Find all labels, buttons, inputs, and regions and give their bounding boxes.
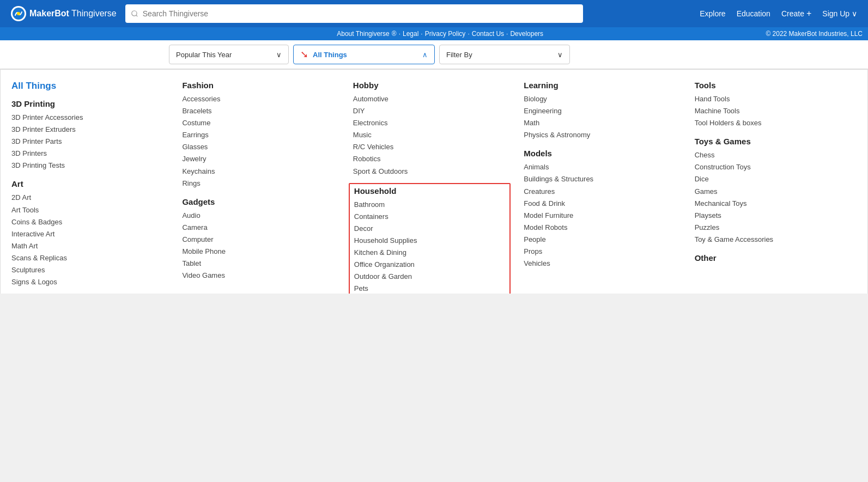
cat-item[interactable]: 3D Printer Extruders bbox=[11, 124, 165, 136]
cat-item[interactable]: Household Supplies bbox=[354, 235, 505, 247]
cat-item[interactable]: Puzzles bbox=[695, 222, 848, 234]
cat-item[interactable]: Biology bbox=[524, 93, 677, 105]
dropdown-col-5: Tools Hand Tools Machine Tools Tool Hold… bbox=[686, 81, 857, 294]
cat-item[interactable]: Automotive bbox=[353, 93, 506, 105]
cat-item[interactable]: Tablet bbox=[182, 258, 335, 270]
developers-link[interactable]: Developers bbox=[510, 30, 543, 38]
cat-item[interactable]: Math bbox=[524, 117, 677, 129]
cat-item[interactable]: Bracelets bbox=[182, 105, 335, 117]
hobby-header: Hobby bbox=[353, 81, 506, 90]
cat-item[interactable]: Music bbox=[353, 129, 506, 141]
nav-right: Explore Education Create + Sign Up ∨ bbox=[700, 9, 857, 19]
cat-item[interactable]: Camera bbox=[182, 222, 335, 234]
cat-item[interactable]: Earrings bbox=[182, 129, 335, 141]
cat-item[interactable]: Costume bbox=[182, 117, 335, 129]
cat-item[interactable]: Coins & Badges bbox=[11, 216, 165, 228]
chevron-down-icon: ∨ bbox=[557, 51, 563, 59]
cat-item[interactable]: Tool Holders & boxes bbox=[695, 117, 848, 129]
cat-item[interactable]: Electronics bbox=[353, 117, 506, 129]
cat-item[interactable]: Food & Drink bbox=[524, 198, 677, 210]
cat-item[interactable]: Containers bbox=[354, 211, 505, 223]
cat-item[interactable]: Keychains bbox=[182, 166, 335, 178]
cat-item[interactable]: Audio bbox=[182, 210, 335, 222]
cat-item[interactable]: Engineering bbox=[524, 105, 677, 117]
cat-item[interactable]: Construction Toys bbox=[695, 161, 848, 173]
cat-item[interactable]: Props bbox=[524, 246, 677, 258]
filter-by-btn[interactable]: Filter By ∨ bbox=[439, 45, 570, 64]
cat-item[interactable]: Rings bbox=[182, 178, 335, 190]
cat-item[interactable]: Sport & Outdoors bbox=[353, 166, 506, 178]
cat-item[interactable]: Vehicles bbox=[524, 258, 677, 270]
nav-signup[interactable]: Sign Up ∨ bbox=[822, 9, 857, 18]
cat-item[interactable]: Hand Tools bbox=[695, 93, 848, 105]
cat-item[interactable]: Signs & Logos bbox=[11, 276, 165, 288]
tools-header: Tools bbox=[695, 81, 848, 90]
cat-item[interactable]: Creatures bbox=[524, 186, 677, 198]
cat-item[interactable]: Mobile Phone bbox=[182, 246, 335, 258]
cat-item[interactable]: Scans & Replicas bbox=[11, 252, 165, 264]
cat-item[interactable]: 3D Printer Accessories bbox=[11, 112, 165, 124]
cat-item[interactable]: Games bbox=[695, 186, 848, 198]
things-filter-btn[interactable]: ➘ All Things ∧ bbox=[293, 45, 435, 64]
about-link[interactable]: About Thingiverse bbox=[337, 30, 390, 38]
cat-item[interactable]: Model Furniture bbox=[524, 210, 677, 222]
cat-item[interactable]: 3D Printers bbox=[11, 148, 165, 160]
cat-item[interactable]: Computer bbox=[182, 234, 335, 246]
cat-item[interactable]: DIY bbox=[353, 105, 506, 117]
cat-item[interactable]: 3D Printing Tests bbox=[11, 160, 165, 172]
cat-item[interactable]: Art Tools bbox=[11, 204, 165, 216]
search-bar[interactable] bbox=[125, 4, 583, 23]
cat-item[interactable]: Video Games bbox=[182, 270, 335, 282]
cat-item[interactable]: Dice bbox=[695, 173, 848, 185]
cat-item[interactable]: Math Art bbox=[11, 240, 165, 252]
dropdown-menu: All Things 3D Printing 3D Printer Access… bbox=[0, 69, 868, 294]
cat-item[interactable]: R/C Vehicles bbox=[353, 141, 506, 153]
household-box: Household Bathroom Containers Decor Hous… bbox=[349, 183, 511, 294]
cat-item[interactable]: Glasses bbox=[182, 141, 335, 153]
popular-filter-btn[interactable]: Popular This Year ∨ bbox=[169, 45, 289, 64]
cat-item[interactable]: Jewelry bbox=[182, 153, 335, 165]
contact-link[interactable]: Contact Us bbox=[472, 30, 504, 38]
cat-item[interactable]: Animals bbox=[524, 161, 677, 173]
nav-education[interactable]: Education bbox=[737, 9, 770, 18]
cat-item[interactable]: Toy & Game Accessories bbox=[695, 234, 848, 246]
printing-header: 3D Printing bbox=[11, 99, 165, 108]
fashion-header: Fashion bbox=[182, 81, 335, 90]
legal-link[interactable]: Legal bbox=[403, 30, 418, 38]
logo-text: MakerBot Thingiverse bbox=[29, 9, 117, 19]
all-things-header[interactable]: All Things bbox=[11, 81, 165, 91]
privacy-link[interactable]: Privacy Policy bbox=[425, 30, 466, 38]
svg-point-2 bbox=[132, 11, 137, 16]
gadgets-header: Gadgets bbox=[182, 197, 335, 206]
cat-item[interactable]: Interactive Art bbox=[11, 228, 165, 240]
cat-item[interactable]: Decor bbox=[354, 223, 505, 235]
dropdown-col-1: All Things 3D Printing 3D Printer Access… bbox=[11, 81, 173, 294]
cat-item[interactable]: Model Robots bbox=[524, 222, 677, 234]
cat-item[interactable]: Mechanical Toys bbox=[695, 198, 848, 210]
chevron-down-icon: ∨ bbox=[852, 9, 857, 18]
cat-item[interactable]: Buildings & Structures bbox=[524, 173, 677, 185]
cat-item[interactable]: Robotics bbox=[353, 153, 506, 165]
cat-item[interactable]: Bathroom bbox=[354, 199, 505, 211]
nav-create[interactable]: Create + bbox=[781, 9, 811, 19]
cat-item[interactable]: Playsets bbox=[695, 210, 848, 222]
cat-item[interactable]: Kitchen & Dining bbox=[354, 247, 505, 259]
cat-item[interactable]: Pets bbox=[354, 283, 505, 294]
cat-item[interactable]: People bbox=[524, 234, 677, 246]
svg-line-3 bbox=[136, 15, 137, 17]
search-input[interactable] bbox=[143, 9, 578, 18]
cat-item[interactable]: Accessories bbox=[182, 93, 335, 105]
nav-explore[interactable]: Explore bbox=[700, 9, 725, 18]
arrow-icon: ➘ bbox=[300, 48, 308, 60]
cat-item[interactable]: Sculptures bbox=[11, 264, 165, 276]
dropdown-col-3: Hobby Automotive DIY Electronics Music R… bbox=[344, 81, 515, 294]
cat-item[interactable]: 2D Art bbox=[11, 192, 165, 204]
cat-item[interactable]: Chess bbox=[695, 149, 848, 161]
cat-item[interactable]: 3D Printer Parts bbox=[11, 136, 165, 148]
cat-item[interactable]: Machine Tools bbox=[695, 105, 848, 117]
cat-item[interactable]: Physics & Astronomy bbox=[524, 129, 677, 141]
logo[interactable]: MakerBot Thingiverse bbox=[11, 6, 117, 21]
cat-item[interactable]: Office Organization bbox=[354, 259, 505, 271]
cat-item[interactable]: Outdoor & Garden bbox=[354, 271, 505, 283]
search-icon bbox=[131, 10, 138, 17]
